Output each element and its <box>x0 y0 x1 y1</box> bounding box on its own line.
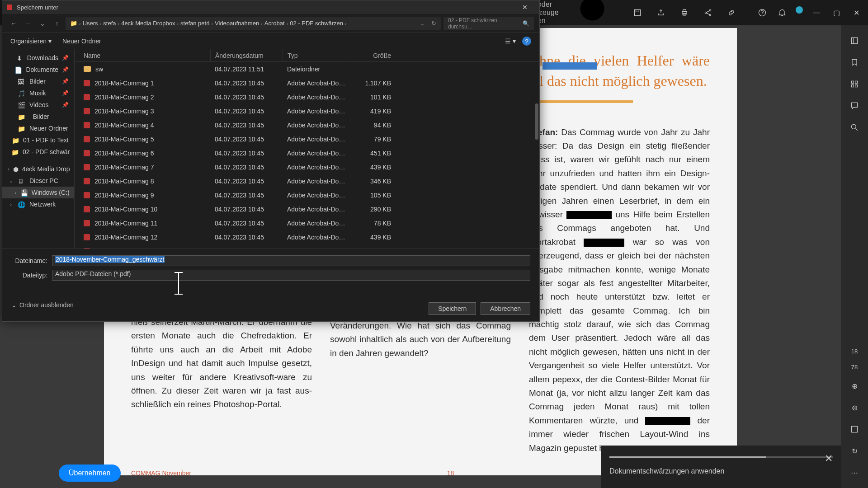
tree-item[interactable]: 📁01 - PDF to Text <box>2 134 74 146</box>
tree-item[interactable]: ›⬢4eck Media Drop <box>2 163 74 175</box>
svg-line-17 <box>856 129 858 131</box>
text-cursor <box>178 272 179 295</box>
file-row[interactable]: 2018-Mai-Commag 904.07.2023 10:45Adobe A… <box>75 188 539 202</box>
file-row[interactable]: 2018-Mai-Commag 204.07.2023 10:45Adobe A… <box>75 90 539 104</box>
rail-zoom-in-icon[interactable]: ⊕ <box>848 380 861 392</box>
rail-refresh-icon[interactable]: ↻ <box>848 445 861 457</box>
tree-item[interactable]: ⌄🖥Dieser PC <box>2 175 74 187</box>
toast-close-icon[interactable]: ✕ <box>825 453 833 465</box>
rail-panel-icon[interactable] <box>848 34 861 47</box>
nav-dropdown-icon[interactable]: ⌄ <box>37 18 48 29</box>
export-icon[interactable] <box>655 6 667 19</box>
redaction-box[interactable] <box>584 239 624 247</box>
file-row[interactable]: 2018-Mai-Commag 704.07.2023 10:45Adobe A… <box>75 160 539 174</box>
nav-back-icon[interactable]: ← <box>8 18 19 29</box>
tree-item[interactable]: 📁_Bilder <box>2 111 74 122</box>
location-search[interactable]: 02 - PDF schwärzen durchsu… 🔍 <box>443 17 534 30</box>
rail-comment-icon[interactable] <box>848 99 861 112</box>
hide-folders-button[interactable]: ⌄Ordner ausblenden <box>11 301 74 309</box>
rail-grid-icon[interactable] <box>848 78 861 90</box>
svg-point-0 <box>580 0 604 21</box>
refresh-icon[interactable]: ↻ <box>431 20 436 27</box>
share-icon[interactable] <box>702 6 714 19</box>
app-icon <box>7 5 12 10</box>
help-icon[interactable] <box>756 6 769 19</box>
quote-underline <box>529 100 633 103</box>
file-row[interactable]: 2018-Mai-Commag 1104.07.2023 10:45Adobe … <box>75 216 539 230</box>
save-icon[interactable] <box>631 6 644 19</box>
svg-rect-13 <box>855 81 858 83</box>
search-icon: 🔍 <box>523 20 529 27</box>
min-icon[interactable]: — <box>810 6 823 19</box>
new-folder-button[interactable]: Neuer Ordner <box>62 38 101 45</box>
close-icon[interactable]: ✕ <box>850 6 863 19</box>
file-row[interactable]: sw04.07.2023 11:51Dateiordner <box>75 62 539 76</box>
file-row[interactable]: 2018-Mai-Commag 804.07.2023 10:45Adobe A… <box>75 174 539 188</box>
nav-up-icon[interactable]: ↑ <box>51 18 63 29</box>
col-name[interactable]: Name <box>75 49 210 61</box>
filename-label: Dateiname: <box>11 257 47 264</box>
rail-fit-icon[interactable] <box>848 423 861 436</box>
file-row[interactable]: 2018-Mai-Commag 404.07.2023 10:45Adobe A… <box>75 118 539 132</box>
file-row[interactable]: 2018-Mai-Commag 504.07.2023 10:45Adobe A… <box>75 132 539 146</box>
file-list[interactable]: sw04.07.2023 11:51Dateiordner2018-Mai-Co… <box>75 62 539 249</box>
redaction-box[interactable] <box>566 211 612 219</box>
help-icon[interactable]: ? <box>522 37 531 46</box>
page-total: 78 <box>851 364 858 371</box>
svg-rect-14 <box>851 85 854 87</box>
tree-item[interactable]: 📄Dokumente📌 <box>2 64 74 75</box>
scrollbar-thumb[interactable] <box>535 103 538 140</box>
tree-item[interactable]: ›🌐Netzwerk <box>2 198 74 210</box>
rail-bookmark-icon[interactable] <box>848 56 861 69</box>
print-icon[interactable] <box>678 6 691 19</box>
col-size[interactable]: Größe <box>346 49 400 61</box>
file-row[interactable]: 2018-Mai-Commag 104.07.2023 10:45Adobe A… <box>75 76 539 90</box>
tree-item[interactable]: ›💾Windows (C:) <box>2 187 74 198</box>
dialog-toolbar: Organisieren ▾ Neuer Ordner ☰ ▾ ? <box>2 33 539 49</box>
page-indicator: 18 <box>851 348 858 355</box>
file-row[interactable]: 2018-Mai-Commag 1004.07.2023 10:45Adobe … <box>75 202 539 216</box>
col-type[interactable]: Typ <box>283 49 346 61</box>
nav-tree[interactable]: ⬇Downloads📌📄Dokumente📌🖼Bilder📌🎵Musik📌🎬Vi… <box>2 49 75 249</box>
file-row[interactable]: 2018-Mai-Commag 1304.07.2023 10:45Adobe … <box>75 244 539 249</box>
redaction-box[interactable] <box>645 417 690 425</box>
file-row[interactable]: 2018-Mai-Commag 1204.07.2023 10:45Adobe … <box>75 230 539 244</box>
save-button[interactable]: Speichern <box>429 302 476 315</box>
rail-more-icon[interactable]: ⋯ <box>848 466 861 479</box>
view-mode-button[interactable]: ☰ ▾ <box>505 38 516 45</box>
filename-input[interactable]: 2018-November-Commag_geschwärzt <box>52 255 530 266</box>
tree-item[interactable]: 📁02 - PDF schwär <box>2 146 74 158</box>
organize-button[interactable]: Organisieren ▾ <box>10 38 52 45</box>
nav-forward-icon[interactable]: → <box>22 18 34 29</box>
rail-search-icon[interactable] <box>848 121 861 134</box>
dialog-close-icon[interactable]: ✕ <box>515 0 535 14</box>
svg-rect-18 <box>851 426 857 432</box>
filetype-select[interactable]: Adobe PDF-Dateien (*.pdf) <box>52 270 530 281</box>
tree-item[interactable]: 🎵Musik📌 <box>2 87 74 99</box>
bell-icon[interactable] <box>776 6 788 19</box>
apply-button[interactable]: Übernehmen <box>59 465 121 482</box>
tree-item[interactable]: 🎬Videos📌 <box>2 99 74 111</box>
file-list-header[interactable]: Name Änderungsdatum Typ Größe <box>75 49 539 62</box>
file-row[interactable]: 2018-Mai-Commag 304.07.2023 10:45Adobe A… <box>75 104 539 118</box>
breadcrumb[interactable]: 📁 › Users› stefa› 4eck Media Dropbox› st… <box>66 17 441 30</box>
rail-zoom-out-icon[interactable]: ⊖ <box>848 401 861 414</box>
toast: Dokumentschwärzungen anwenden ✕ <box>601 446 841 488</box>
tree-item[interactable]: 📁Neuer Ordner <box>2 122 74 134</box>
toast-text: Dokumentschwärzungen anwenden <box>609 467 724 475</box>
tree-item[interactable]: ⬇Downloads📌 <box>2 52 74 64</box>
save-dialog: Speichern unter ✕ ← → ⌄ ↑ 📁 › Users› ste… <box>2 0 540 322</box>
cancel-button[interactable]: Abbrechen <box>481 302 530 315</box>
svg-point-6 <box>705 12 706 13</box>
text-column-3: Ohne die vielen Helfer wäre all das nich… <box>529 51 710 461</box>
max-icon[interactable]: ▢ <box>830 6 843 19</box>
dialog-title: Speichern unter <box>17 4 58 11</box>
svg-rect-12 <box>851 81 854 83</box>
file-row[interactable]: 2018-Mai-Commag 604.07.2023 10:45Adobe A… <box>75 146 539 160</box>
tree-item[interactable]: 🖼Bilder📌 <box>2 75 74 87</box>
svg-rect-10 <box>851 38 857 43</box>
right-rail: 18 78 ⊕ ⊖ ↻ ⋯ <box>841 25 868 488</box>
avatar[interactable] <box>796 6 803 14</box>
link-icon[interactable] <box>725 6 738 19</box>
col-date[interactable]: Änderungsdatum <box>210 49 283 61</box>
